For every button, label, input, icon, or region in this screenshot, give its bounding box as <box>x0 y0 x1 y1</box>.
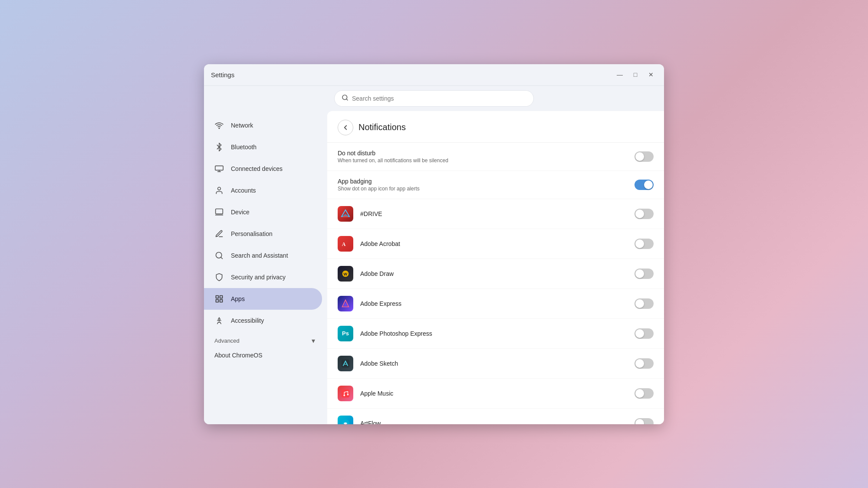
row-text-adobe-acrobat: Adobe Acrobat <box>360 240 628 247</box>
list-item: ArtFlow <box>327 409 664 424</box>
sidebar-item-personalisation[interactable]: Personalisation <box>204 223 322 245</box>
page-title: Notifications <box>358 122 406 132</box>
row-text-drive: #DRIVE <box>360 210 628 217</box>
toggle-adobe-sketch[interactable] <box>635 358 654 369</box>
svg-text:A: A <box>342 241 346 247</box>
sidebar-label-apps: Apps <box>231 295 245 302</box>
row-label: #DRIVE <box>360 210 628 217</box>
sidebar-item-network[interactable]: Network <box>204 115 322 136</box>
row-text-do-not-disturb: Do not disturb When turned on, all notif… <box>338 150 628 164</box>
toggle-do-not-disturb[interactable] <box>635 151 654 162</box>
row-text-app-badging: App badging Show dot on app icon for app… <box>338 178 628 192</box>
toggle-adobe-express[interactable] <box>635 298 654 309</box>
maximize-button[interactable]: □ <box>629 69 641 81</box>
sidebar-item-accessibility[interactable]: Accessibility <box>204 310 322 331</box>
search-assistant-icon <box>214 251 224 260</box>
laptop-icon <box>214 207 224 217</box>
row-label: Adobe Photoshop Express <box>360 330 628 337</box>
row-label: App badging <box>338 178 628 185</box>
toggle-adobe-photoshop-express[interactable] <box>635 328 654 339</box>
row-label: Adobe Sketch <box>360 360 628 367</box>
settings-list: Do not disturb When turned on, all notif… <box>327 143 664 424</box>
row-sublabel: When turned on, all notifications will b… <box>338 157 628 164</box>
devices-icon <box>214 164 224 174</box>
app-title: Settings <box>211 71 614 79</box>
sidebar-item-security-privacy[interactable]: Security and privacy <box>204 266 322 288</box>
svg-point-27 <box>343 394 345 396</box>
app-icon-artflow <box>338 416 353 424</box>
search-bar-row <box>204 86 664 111</box>
about-chromeos[interactable]: About ChromeOS <box>204 347 326 364</box>
row-text-adobe-express: Adobe Express <box>360 300 628 307</box>
pencil-icon <box>214 229 224 239</box>
close-button[interactable]: ✕ <box>645 69 657 81</box>
list-item: A Adobe Acrobat <box>327 229 664 259</box>
title-bar: Settings — □ ✕ <box>204 64 664 86</box>
grid-icon <box>214 294 224 304</box>
list-item: Do not disturb When turned on, all notif… <box>327 143 664 171</box>
row-label: Do not disturb <box>338 150 628 157</box>
svg-line-1 <box>346 99 348 100</box>
row-label: Adobe Draw <box>360 270 628 277</box>
main-content: Network Bluetooth Connected device <box>204 111 664 424</box>
toggle-artflow[interactable] <box>635 418 654 424</box>
toggle-apple-music[interactable] <box>635 388 654 399</box>
svg-rect-12 <box>220 295 223 298</box>
list-item: #DRIVE <box>327 199 664 229</box>
toggle-drive[interactable] <box>635 209 654 219</box>
back-button[interactable] <box>338 120 353 135</box>
app-icon-apple-music <box>338 386 353 401</box>
bluetooth-icon <box>214 142 224 152</box>
app-icon-adobe-sketch <box>338 356 353 371</box>
svg-point-6 <box>218 187 221 190</box>
row-text-adobe-photoshop-express: Adobe Photoshop Express <box>360 330 628 337</box>
sidebar-item-connected-devices[interactable]: Connected devices <box>204 158 322 180</box>
search-icon <box>342 94 349 103</box>
list-item: App badging Show dot on app icon for app… <box>327 171 664 199</box>
list-item: Ps Adobe Photoshop Express <box>327 319 664 349</box>
person-icon <box>214 186 224 195</box>
minimize-button[interactable]: — <box>614 69 626 81</box>
settings-window: Settings — □ ✕ <box>204 64 664 424</box>
svg-rect-26 <box>342 389 349 397</box>
search-input[interactable] <box>352 95 526 102</box>
toggle-adobe-acrobat[interactable] <box>635 239 654 249</box>
svg-text:W: W <box>343 272 347 276</box>
app-icon-drive <box>338 206 353 222</box>
sidebar-item-apps[interactable]: Apps <box>204 288 322 310</box>
list-item: Adobe Express <box>327 289 664 319</box>
chevron-down-icon: ▾ <box>312 337 315 345</box>
sidebar-item-device[interactable]: Device <box>204 201 322 223</box>
sidebar-item-search-assistant[interactable]: Search and Assistant <box>204 245 322 266</box>
sidebar-item-accounts[interactable]: Accounts <box>204 180 322 201</box>
svg-rect-7 <box>216 209 223 214</box>
sidebar-label-accessibility: Accessibility <box>231 317 264 324</box>
wifi-icon <box>214 121 224 130</box>
row-text-artflow: ArtFlow <box>360 420 628 424</box>
app-icon-adobe-acrobat: A <box>338 236 353 252</box>
sidebar-label-connected-devices: Connected devices <box>231 165 283 172</box>
sidebar: Network Bluetooth Connected device <box>204 111 326 424</box>
accessibility-icon <box>214 316 224 325</box>
advanced-section[interactable]: Advanced ▾ <box>204 331 326 347</box>
search-bar-container <box>334 90 534 107</box>
toggle-adobe-draw[interactable] <box>635 269 654 279</box>
app-icon-adobe-express <box>338 296 353 311</box>
svg-point-2 <box>219 128 220 128</box>
list-item: W Adobe Draw <box>327 259 664 289</box>
sidebar-item-bluetooth[interactable]: Bluetooth <box>204 136 322 158</box>
content-header: Notifications <box>327 111 664 143</box>
svg-rect-14 <box>216 299 219 302</box>
shield-icon <box>214 272 224 282</box>
svg-rect-13 <box>220 299 223 302</box>
row-label: ArtFlow <box>360 420 628 424</box>
row-label: Adobe Express <box>360 300 628 307</box>
sidebar-label-search-assistant: Search and Assistant <box>231 252 288 259</box>
sidebar-label-personalisation: Personalisation <box>231 230 273 237</box>
window-controls: — □ ✕ <box>614 69 657 81</box>
toggle-app-badging[interactable] <box>635 180 654 190</box>
app-icon-adobe-draw: W <box>338 266 353 282</box>
content-panel: Notifications Do not disturb When turned… <box>327 111 664 424</box>
svg-rect-3 <box>215 166 223 170</box>
list-item: Apple Music <box>327 379 664 409</box>
